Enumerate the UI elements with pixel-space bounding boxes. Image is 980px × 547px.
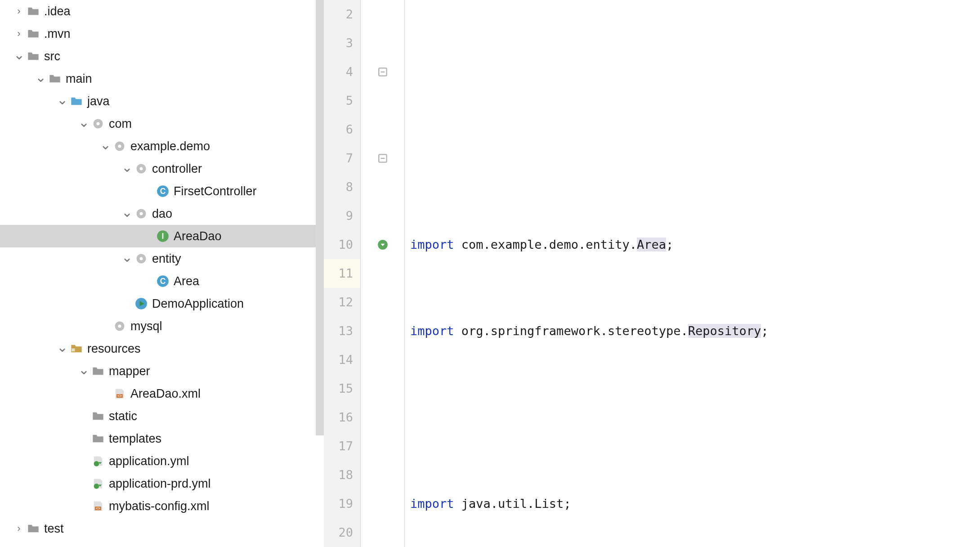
code-line: [405, 144, 980, 173]
tree-item-example-demo[interactable]: ⌄example.demo: [0, 135, 324, 157]
tree-item-firsetcontroller[interactable]: FirsetController: [0, 180, 324, 202]
tree-item-label: Area: [174, 274, 199, 288]
package-icon: [113, 320, 126, 332]
line-number[interactable]: 4: [324, 58, 360, 86]
chevron-down-icon[interactable]: ⌄: [119, 159, 135, 175]
package-icon: [135, 252, 148, 265]
line-number[interactable]: 2: [324, 0, 360, 29]
package-icon: [113, 140, 126, 152]
xml-icon: [92, 500, 104, 512]
tree-item-target[interactable]: ›target: [0, 540, 324, 547]
tree-item-main[interactable]: ⌄main: [0, 67, 324, 90]
tree-item-java[interactable]: ⌄java: [0, 90, 324, 112]
chevron-down-icon[interactable]: ⌄: [54, 339, 70, 355]
package-icon: [135, 162, 148, 175]
line-number[interactable]: 6: [324, 115, 360, 144]
tree-item-label: static: [109, 409, 137, 423]
folder-icon: [92, 365, 104, 377]
line-number[interactable]: 10: [324, 230, 360, 259]
chevron-right-icon[interactable]: ›: [11, 5, 27, 17]
chevron-down-icon[interactable]: ⌄: [97, 137, 113, 152]
fold-region-start-icon[interactable]: [365, 144, 400, 173]
folder-icon: [49, 72, 61, 85]
folder-orange-icon: [27, 545, 40, 547]
chevron-right-icon[interactable]: ›: [11, 523, 27, 534]
tree-item-src[interactable]: ⌄src: [0, 45, 324, 67]
package-icon: [135, 207, 148, 220]
tree-scrollbar-thumb[interactable]: [316, 0, 324, 435]
tree-item-demoapplication[interactable]: DemoApplication: [0, 292, 324, 315]
tree-item-application-prd-yml[interactable]: application-prd.yml: [0, 472, 324, 495]
tree-item-mysql[interactable]: mysql: [0, 315, 324, 337]
line-number[interactable]: 13: [324, 317, 360, 345]
line-number[interactable]: 7: [324, 144, 360, 173]
tree-item-controller[interactable]: ⌄controller: [0, 157, 324, 180]
fold-region-start-icon[interactable]: [365, 58, 400, 86]
tree-item-test[interactable]: ›test: [0, 517, 324, 540]
chevron-down-icon[interactable]: ⌄: [32, 69, 49, 85]
tree-item-label: application.yml: [109, 454, 189, 468]
line-number[interactable]: 11: [324, 259, 360, 288]
tree-item-areadao[interactable]: AreaDao: [0, 225, 324, 247]
marker-gutter[interactable]: [361, 0, 405, 547]
tree-scrollbar[interactable]: [316, 0, 324, 547]
tree-item-label: AreaDao: [174, 229, 222, 243]
tree-item-label: mybatis-config.xml: [109, 499, 210, 513]
line-number-gutter[interactable]: 234567891011121314151617181920: [324, 0, 361, 547]
folder-icon: [27, 50, 40, 63]
implements-gutter-icon[interactable]: [365, 230, 400, 259]
ide-root: ›.idea›.mvn⌄src⌄main⌄java⌄com⌄example.de…: [0, 0, 980, 547]
tree-item-area[interactable]: Area: [0, 270, 324, 292]
run-class-icon: [135, 297, 148, 310]
tree-item-label: mapper: [109, 364, 150, 378]
code-line: import com.example.demo.entity.Area;: [405, 230, 980, 259]
tree-item-application-yml[interactable]: application.yml: [0, 450, 324, 472]
code-editor[interactable]: import com.example.demo.entity.Area; imp…: [405, 0, 980, 547]
folder-icon: [27, 522, 40, 535]
tree-item-mybatis-config-xml[interactable]: mybatis-config.xml: [0, 495, 324, 517]
line-number[interactable]: 16: [324, 403, 360, 432]
line-number[interactable]: 20: [324, 518, 360, 547]
tree-item-resources[interactable]: ⌄resources: [0, 337, 324, 360]
chevron-down-icon[interactable]: ⌄: [119, 249, 135, 265]
chevron-right-icon[interactable]: ›: [11, 28, 27, 40]
tree-item-static[interactable]: static: [0, 405, 324, 427]
line-number[interactable]: 9: [324, 202, 360, 230]
tree-item-label: example.demo: [130, 139, 210, 153]
tree-item-label: main: [66, 72, 92, 86]
chevron-down-icon[interactable]: ⌄: [76, 362, 92, 377]
tree-item-label: target: [44, 544, 75, 547]
project-tree-panel[interactable]: ›.idea›.mvn⌄src⌄main⌄java⌄com⌄example.de…: [0, 0, 324, 547]
folder-icon: [27, 5, 40, 18]
line-number[interactable]: 5: [324, 86, 360, 115]
line-number[interactable]: 8: [324, 173, 360, 202]
line-number[interactable]: 17: [324, 432, 360, 461]
tree-item-entity[interactable]: ⌄entity: [0, 247, 324, 270]
tree-item-com[interactable]: ⌄com: [0, 112, 324, 135]
line-number[interactable]: 18: [324, 461, 360, 489]
chevron-down-icon[interactable]: ⌄: [11, 47, 27, 63]
tree-item-templates[interactable]: templates: [0, 427, 324, 450]
line-number[interactable]: 19: [324, 489, 360, 518]
line-number[interactable]: 3: [324, 29, 360, 58]
line-number[interactable]: 12: [324, 288, 360, 317]
tree-item-label: dao: [152, 207, 172, 221]
chevron-down-icon[interactable]: ⌄: [76, 114, 92, 130]
tree-item--mvn[interactable]: ›.mvn: [0, 22, 324, 45]
tree-item--idea[interactable]: ›.idea: [0, 0, 324, 22]
tree-item-areadao-xml[interactable]: AreaDao.xml: [0, 382, 324, 405]
line-number[interactable]: 14: [324, 345, 360, 374]
tree-item-label: AreaDao.xml: [130, 387, 201, 401]
chevron-right-icon[interactable]: ›: [11, 545, 27, 547]
code-line: [405, 403, 980, 432]
tree-item-label: resources: [87, 342, 141, 356]
folder-blue-icon: [70, 95, 83, 108]
line-number[interactable]: 15: [324, 374, 360, 403]
resources-icon: [70, 342, 83, 355]
tree-item-label: src: [44, 49, 60, 63]
tree-item-mapper[interactable]: ⌄mapper: [0, 360, 324, 382]
chevron-down-icon[interactable]: ⌄: [119, 204, 135, 220]
package-icon: [92, 117, 104, 130]
tree-item-dao[interactable]: ⌄dao: [0, 202, 324, 225]
chevron-down-icon[interactable]: ⌄: [54, 92, 70, 108]
